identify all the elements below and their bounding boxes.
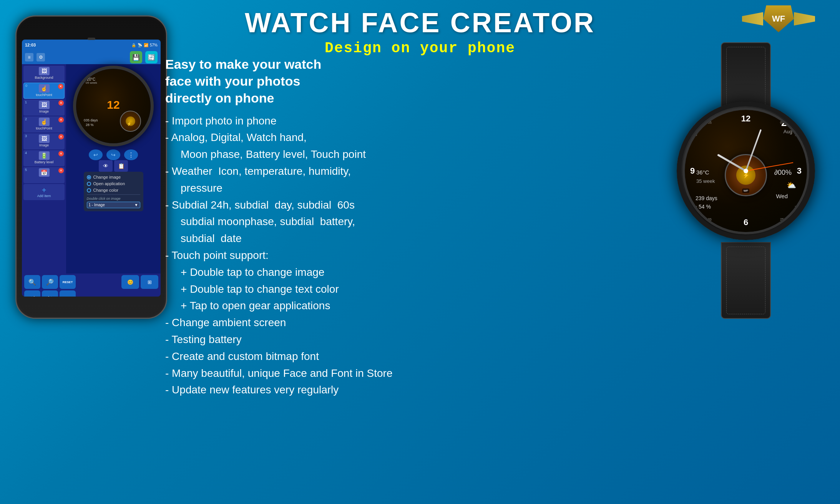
copy-button[interactable]: 📋 <box>114 160 128 172</box>
add-plus-icon: + <box>42 186 46 194</box>
save-button[interactable]: 💾 <box>130 51 142 63</box>
context-panel: Change image Open application Change col… <box>84 172 143 211</box>
undo-ctrl-button[interactable]: ↩ <box>24 290 40 297</box>
bwf-9: 9 <box>690 166 695 176</box>
sidebar-delete-5[interactable]: ✕ <box>58 168 64 173</box>
grid-button[interactable]: ⊞ <box>141 275 158 289</box>
watch-circle: 20°C 05 week 12 035 days 28 % <box>73 66 154 146</box>
status-bar: 12:03 🔒 📡 📶 57% <box>22 40 161 50</box>
feature-1: - Analog, Digital, Watch hand, <box>165 130 652 145</box>
menu-icon[interactable]: ≡ <box>25 53 33 61</box>
undo-button[interactable]: ↩ <box>89 149 103 160</box>
more-button[interactable]: ⋮ <box>124 149 138 160</box>
phone-vol-down-button <box>15 86 17 101</box>
batt-pct-display: ∂00% <box>774 169 792 177</box>
feature-9: - Update new features very regularly <box>165 383 652 397</box>
sidebar-item-background[interactable]: 🖼 Background <box>23 66 65 82</box>
touchpoint-2-icon: ☝ <box>39 118 50 126</box>
reset-pos-button[interactable]: RESET <box>60 290 76 297</box>
feature-3: - Subdial 24h, subdial day, subdial 60s <box>165 198 652 212</box>
center-dot <box>744 169 748 173</box>
phone-screen: 12:03 🔒 📡 📶 57% ≡ ⚙ 💾 🔄 <box>22 40 161 297</box>
touchpoint-0-icon: ☝ <box>39 84 50 93</box>
sidebar-item-5[interactable]: 5 ✕ 📅 <box>23 167 65 183</box>
watch-preview: 20°C 05 week 12 035 days 28 % <box>66 64 161 274</box>
watch-face: 20°C 05 week 12 035 days 28 % <box>76 69 151 143</box>
big-wf-date-mon: Aug <box>781 129 792 134</box>
tagline-line3: directly on phone <box>165 91 274 105</box>
ctx-change-color[interactable]: Change color <box>87 188 140 192</box>
feature-3c: subdial date <box>165 231 652 246</box>
tagline-line1: Easy to make your watch <box>165 57 321 71</box>
zoom-in-button[interactable]: 🔎 <box>42 275 58 289</box>
refresh-button[interactable]: 🔄 <box>145 51 158 63</box>
control-row-2: ↩ ↪ RESET <box>24 290 158 297</box>
big-watch-case: 12 3 6 9 05 55 25 35 10 50 20 40 26 <box>677 102 815 240</box>
big-watch-face: 12 3 6 9 05 55 25 35 10 50 20 40 26 <box>685 110 807 232</box>
ctx-change-image-label: Change image <box>93 175 121 179</box>
sidebar-item-0[interactable]: 0 ✕ ☝ touchPoint <box>23 83 65 99</box>
emoji-button[interactable]: 😊 <box>121 275 139 289</box>
sidebar-delete-4[interactable]: ✕ <box>58 151 64 156</box>
eye-button[interactable]: 👁 <box>99 160 113 172</box>
feature-2b: pressure <box>165 181 652 196</box>
big-wf-date: 26 Aug <box>781 117 792 134</box>
logo-shield: WF <box>763 5 794 32</box>
sub-dial-ring: ⚡ WF <box>725 154 767 196</box>
action-buttons: ↩ ↪ ⋮ <box>89 149 138 160</box>
sidebar-num-1: 1 <box>25 100 27 104</box>
feature-8: - Many beautiful, unique Face and Font i… <box>165 366 652 381</box>
status-time: 12:03 <box>25 43 36 47</box>
sidebar: 🖼 Background 0 ✕ ☝ touchPoint 1 ✕ 🖼 <box>22 64 66 274</box>
logo-wings: WF <box>740 5 817 32</box>
redo-button[interactable]: ↪ <box>106 149 120 160</box>
ctx-open-app[interactable]: Open application <box>87 181 140 186</box>
redo-ctrl-button[interactable]: ↪ <box>42 290 58 297</box>
wf-pct: 28 % <box>86 123 94 127</box>
big-wf-week: 35 week <box>696 178 715 184</box>
big-watch-area: 12 3 6 9 05 55 25 35 10 50 20 40 26 <box>659 31 832 330</box>
sidebar-item-4[interactable]: 4 ✕ 🔋 Battery level <box>23 150 65 166</box>
sidebar-num-3: 3 <box>25 134 27 138</box>
bottom-controls: 🔍 🔎 RESET 😊 ⊞ ↩ ↪ RESET ↺ ↻ <box>22 274 161 297</box>
big-wf-temp: 36°C <box>696 169 709 176</box>
big-wf-date-num: 26 <box>781 117 792 129</box>
radio-open-app[interactable] <box>87 182 91 186</box>
phone-vol-up-button <box>15 66 17 82</box>
lightning-icon: ⚡ <box>127 122 131 126</box>
radio-change-image[interactable] <box>87 175 91 179</box>
big-wf-days: 239 days <box>696 195 717 201</box>
logo-letters: WF <box>772 14 785 24</box>
toolbar: ≡ ⚙ 💾 🔄 <box>22 50 161 64</box>
feature-4b: + Double tap to change text color <box>165 282 652 297</box>
radio-change-color[interactable] <box>87 188 91 192</box>
phone-notch <box>88 38 95 40</box>
sidebar-item-2[interactable]: 2 ✕ ☝ touchPoint <box>23 116 65 133</box>
sidebar-delete-2[interactable]: ✕ <box>58 117 64 123</box>
sidebar-background-label: Background <box>35 76 53 80</box>
battery-4-icon: 🔋 <box>39 151 50 160</box>
battery-pct: 57% <box>150 43 158 47</box>
sidebar-num-0: 0 <box>25 84 27 88</box>
reset-zoom-button[interactable]: RESET <box>60 275 76 289</box>
feature-6: - Testing battery <box>165 332 652 347</box>
sidebar-item-3[interactable]: 3 ✕ 🖼 Image <box>23 133 65 149</box>
ctx-dropdown[interactable]: 1 - Image ▼ <box>87 202 140 208</box>
settings-icon[interactable]: ⚙ <box>37 53 45 61</box>
sidebar-delete-3[interactable]: ✕ <box>58 134 64 139</box>
sidebar-num-4: 4 <box>25 151 27 155</box>
zoom-out-button[interactable]: 🔍 <box>24 275 40 289</box>
feature-5: - Change ambient screen <box>165 315 652 330</box>
sidebar-delete-1[interactable]: ✕ <box>58 100 64 106</box>
weather-icon: ⛅ <box>787 181 796 190</box>
wing-left-icon <box>742 12 763 26</box>
status-icons: 🔒 📡 📶 57% <box>131 43 158 47</box>
add-item-button[interactable]: + Add item <box>23 184 65 200</box>
sidebar-delete-0[interactable]: ✕ <box>58 84 63 89</box>
ctx-caption: Double click on image <box>87 197 140 201</box>
small-subdial <box>120 111 141 132</box>
tagline: Easy to make your watch face with your p… <box>165 56 652 107</box>
feature-4: - Touch point support: <box>165 248 652 263</box>
ctx-change-image[interactable]: Change image <box>87 175 140 179</box>
sidebar-item-1[interactable]: 1 ✕ 🖼 Image <box>23 99 65 116</box>
